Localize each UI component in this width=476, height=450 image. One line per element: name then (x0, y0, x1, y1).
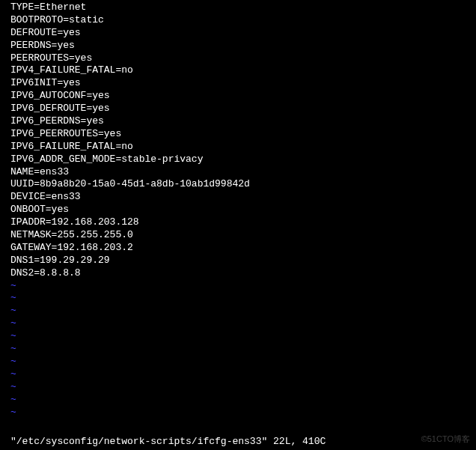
vi-empty-line-marker: ~ (10, 407, 476, 419)
config-line: PEERROUTES=yes (10, 52, 476, 65)
config-line: BOOTPROTO=static (10, 14, 476, 27)
config-line: IPV6_ADDR_GEN_MODE=stable-privacy (10, 153, 476, 166)
vi-empty-line-marker: ~ (10, 381, 476, 394)
vi-empty-line-marker: ~ (10, 330, 476, 343)
config-line: IPADDR=192.168.203.128 (10, 216, 476, 229)
vi-empty-line-marker: ~ (10, 280, 476, 293)
config-line: NAME=ens33 (10, 166, 476, 179)
config-line: IPV6INIT=yes (10, 77, 476, 90)
config-line: DEFROUTE=yes (10, 27, 476, 40)
config-line: IPV4_FAILURE_FATAL=no (10, 64, 476, 77)
config-line: IPV6_PEERROUTES=yes (10, 128, 476, 141)
vi-empty-line-marker: ~ (10, 343, 476, 356)
config-line: IPV6_AUTOCONF=yes (10, 90, 476, 103)
vi-editor-content[interactable]: TYPE=EthernetBOOTPROTO=staticDEFROUTE=ye… (10, 1, 476, 419)
vi-status-line: "/etc/sysconfig/network-scripts/ifcfg-en… (10, 436, 326, 449)
config-line: TYPE=Ethernet (10, 1, 476, 14)
vi-empty-line-marker: ~ (10, 394, 476, 407)
config-line: DEVICE=ens33 (10, 191, 476, 204)
vi-empty-line-marker: ~ (10, 356, 476, 368)
vi-empty-line-marker: ~ (10, 305, 476, 317)
config-line: IPV6_FAILURE_FATAL=no (10, 141, 476, 153)
watermark: ©51CTO博客 (421, 434, 470, 444)
vi-empty-line-marker: ~ (10, 292, 476, 305)
config-line: IPV6_PEERDNS=yes (10, 115, 476, 128)
config-line: NETMASK=255.255.255.0 (10, 229, 476, 242)
config-line: ONBOOT=yes (10, 204, 476, 216)
config-line: IPV6_DEFROUTE=yes (10, 103, 476, 115)
config-line: DNS1=199.29.29.29 (10, 255, 476, 267)
config-line: UUID=8b9a8b20-15a0-45d1-a8db-10ab1d99842… (10, 178, 476, 191)
vi-empty-line-marker: ~ (10, 317, 476, 330)
config-line: DNS2=8.8.8.8 (10, 267, 476, 280)
vi-empty-line-marker: ~ (10, 368, 476, 381)
config-line: GATEWAY=192.168.203.2 (10, 242, 476, 255)
config-line: PEERDNS=yes (10, 40, 476, 52)
